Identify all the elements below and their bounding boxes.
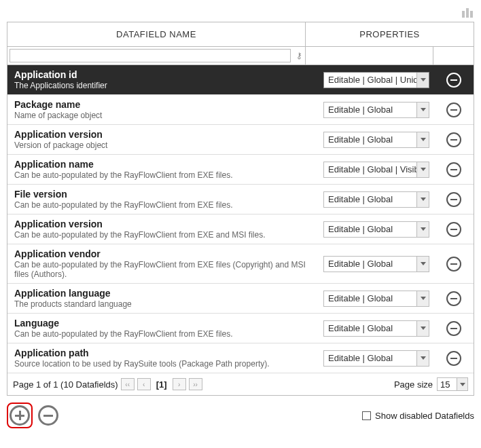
row-description: Name of package object	[14, 111, 313, 120]
delete-row-button[interactable]	[446, 132, 461, 147]
row-title: Application vendor	[14, 248, 313, 259]
remove-datafield-button[interactable]	[38, 405, 58, 426]
properties-select[interactable]: Editable | Global	[323, 320, 429, 337]
properties-select[interactable]: Editable | Global	[323, 102, 429, 118]
row-description: Version of package object	[14, 141, 313, 150]
table-row[interactable]: Application languageThe products standar…	[7, 284, 474, 314]
delete-row-button[interactable]	[446, 102, 461, 117]
filter-icon[interactable]: ⚷	[293, 47, 305, 64]
pager-current: [1]	[154, 379, 170, 390]
properties-select[interactable]: Editable | Global | Unique | V	[323, 72, 429, 88]
delete-row-button[interactable]	[446, 162, 461, 177]
show-disabled-label: Show disabled Datafields	[375, 411, 474, 421]
chevron-down-icon	[421, 168, 426, 171]
chevron-down-icon	[421, 326, 426, 330]
chevron-down-icon	[421, 356, 426, 360]
pager-next[interactable]: ›	[173, 378, 186, 390]
row-title: Application name	[14, 159, 313, 170]
row-title: Package name	[14, 99, 313, 110]
properties-select[interactable]: Editable | Global	[323, 221, 429, 238]
chevron-down-icon	[421, 227, 426, 231]
row-title: Application language	[14, 288, 313, 299]
add-datafield-button[interactable]	[10, 405, 30, 426]
table-row[interactable]: Application idThe Applications identifie…	[7, 65, 474, 95]
page-size-label: Page size	[394, 379, 433, 390]
delete-row-button[interactable]	[446, 257, 461, 272]
filter-name-input[interactable]	[10, 49, 291, 62]
datafields-grid: DATAFIELD NAME PROPERTIES ⚷ Application …	[7, 22, 474, 396]
row-description: Can be auto-populated by the RayFlowClie…	[14, 170, 313, 180]
grid-header: DATAFIELD NAME PROPERTIES	[7, 22, 474, 47]
pager-last[interactable]: ››	[189, 378, 202, 390]
minus-icon	[450, 328, 457, 329]
table-row[interactable]: Application nameCan be auto-populated by…	[7, 155, 474, 185]
table-row[interactable]: Application vendorCan be auto-populated …	[7, 244, 474, 284]
row-description: Can be auto-populated by the RayFlowClie…	[14, 260, 313, 279]
page-size-select[interactable]: 15	[437, 377, 468, 391]
row-description: Can be auto-populated by the RayFlowClie…	[14, 329, 313, 339]
row-description: Can be auto-populated by the RayFlowClie…	[14, 230, 313, 240]
minus-icon	[450, 79, 457, 81]
properties-select[interactable]: Editable | Global | Visible	[323, 162, 429, 178]
pager-first[interactable]: ‹‹	[121, 378, 135, 390]
filter-row: ⚷	[7, 47, 474, 65]
row-title: Language	[14, 318, 313, 329]
properties-select[interactable]: Editable | Global	[323, 291, 429, 307]
row-description: Source location to be used by RaySuite t…	[14, 359, 313, 369]
delete-row-button[interactable]	[446, 73, 461, 88]
chevron-down-icon	[421, 198, 426, 201]
table-row[interactable]: Application versionCan be auto-populated…	[7, 214, 474, 244]
column-chooser-icon[interactable]	[462, 7, 474, 18]
delete-row-button[interactable]	[446, 291, 461, 306]
row-description: The products standard language	[14, 299, 313, 309]
properties-select[interactable]: Editable | Global	[323, 350, 429, 367]
properties-select[interactable]: Editable | Global	[323, 191, 429, 208]
minus-icon	[450, 139, 457, 141]
header-datafield-name[interactable]: DATAFIELD NAME	[7, 22, 306, 46]
chevron-down-icon	[421, 297, 426, 300]
pager-status: Page 1 of 1 (10 Datafields)	[13, 379, 118, 390]
chevron-down-icon	[421, 262, 426, 265]
table-row[interactable]: File versionCan be auto-populated by the…	[7, 185, 474, 214]
minus-icon	[450, 169, 457, 170]
row-description: The Applications identifier	[14, 81, 313, 90]
row-title: File version	[14, 189, 313, 200]
chevron-down-icon	[421, 78, 426, 81]
table-row[interactable]: Application versionVersion of package ob…	[7, 125, 474, 155]
delete-row-button[interactable]	[446, 192, 461, 207]
table-row[interactable]: Application pathSource location to be us…	[7, 343, 474, 373]
pager: Page 1 of 1 (10 Datafields) ‹‹ ‹ [1] › ›…	[7, 373, 474, 395]
pager-prev[interactable]: ‹	[137, 378, 151, 390]
add-button-highlight	[7, 403, 33, 428]
chevron-down-icon	[421, 138, 426, 141]
properties-select[interactable]: Editable | Global	[323, 132, 429, 148]
row-title: Application path	[14, 348, 313, 358]
header-properties[interactable]: PROPERTIES	[306, 22, 474, 46]
chevron-down-icon	[460, 383, 465, 386]
minus-icon	[450, 199, 457, 200]
table-row[interactable]: Package nameName of package objectEditab…	[7, 95, 474, 125]
minus-icon	[450, 298, 457, 299]
delete-row-button[interactable]	[446, 222, 461, 237]
delete-row-button[interactable]	[446, 321, 461, 336]
checkbox-icon	[362, 411, 371, 420]
row-description: Can be auto-populated by the RayFlowClie…	[14, 200, 313, 210]
show-disabled-checkbox[interactable]: Show disabled Datafields	[362, 411, 474, 421]
delete-row-button[interactable]	[446, 351, 461, 366]
minus-icon	[450, 358, 457, 359]
row-title: Application version	[14, 219, 313, 229]
table-row[interactable]: LanguageCan be auto-populated by the Ray…	[7, 314, 474, 343]
row-title: Application version	[14, 129, 313, 140]
chevron-down-icon	[421, 108, 426, 111]
properties-select[interactable]: Editable | Global	[323, 256, 429, 272]
row-title: Application id	[14, 69, 313, 80]
minus-icon	[450, 263, 457, 265]
minus-icon	[450, 229, 457, 230]
minus-icon	[450, 109, 457, 111]
